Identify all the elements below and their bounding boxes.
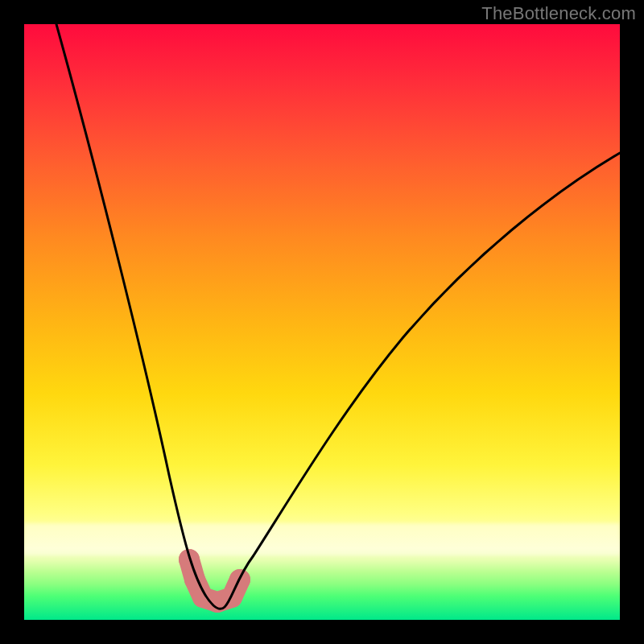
plot-area [24, 24, 620, 620]
chart-svg [24, 24, 620, 620]
watermark-text: TheBottleneck.com [481, 3, 636, 24]
bottleneck-curve [56, 24, 620, 609]
